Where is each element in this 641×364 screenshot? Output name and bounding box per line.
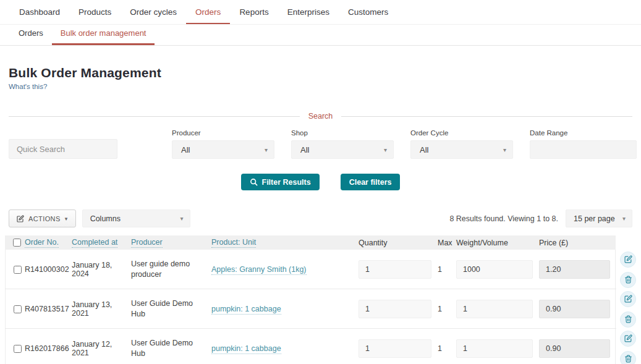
edit-order-button[interactable]	[620, 291, 636, 307]
edit-square-icon	[17, 215, 24, 222]
filter-results-button[interactable]: Filter Results	[241, 174, 320, 190]
header-product-unit[interactable]: Product: Unit	[211, 238, 256, 248]
quick-search-input[interactable]	[9, 139, 117, 159]
header-order-no[interactable]: Order No.	[25, 238, 59, 248]
nav-item-label: Reports	[239, 7, 268, 17]
per-page-label: 15 per page	[574, 214, 615, 223]
clear-filters-label: Clear filters	[349, 178, 392, 187]
producer-cell: User Guide Demo Hub	[131, 338, 211, 359]
quantity-input[interactable]	[359, 339, 431, 358]
nav-item[interactable]: Order cycles	[121, 1, 186, 24]
nav-item[interactable]: Reports	[230, 1, 278, 24]
trash-icon	[624, 315, 632, 323]
producer-cell: User Guide Demo Hub	[131, 298, 211, 320]
completed-at-cell: January 18, 2024	[72, 261, 131, 278]
edit-order-button[interactable]	[620, 252, 636, 268]
max-cell: 1	[438, 265, 456, 274]
filter-selected-value: All	[300, 145, 384, 154]
filter-results-label: Filter Results	[262, 178, 311, 187]
weight-volume-input[interactable]	[456, 260, 533, 279]
product-unit-link[interactable]: pumpkin: 1 cabbage	[211, 305, 281, 315]
product-unit-link[interactable]: Apples: Granny Smith (1kg)	[211, 265, 307, 275]
nav-item[interactable]: Products	[69, 1, 121, 24]
nav-item-label: Orders	[195, 7, 221, 17]
order-no-cell: R141000302	[25, 265, 72, 274]
quantity-input[interactable]	[359, 300, 431, 318]
filter-selected-value: All	[181, 145, 265, 154]
nav-item-label: Customers	[348, 7, 388, 17]
trash-icon	[624, 355, 632, 363]
price-input[interactable]	[539, 300, 610, 318]
nav-item-label: Enterprises	[287, 7, 329, 17]
shop-filter[interactable]: All ▾	[291, 140, 394, 159]
row-checkbox[interactable]	[14, 345, 22, 353]
nav-item[interactable]: Dashboard	[10, 1, 69, 24]
delete-order-button[interactable]	[620, 311, 636, 328]
nav-item[interactable]: Enterprises	[278, 1, 339, 24]
quantity-input[interactable]	[359, 260, 431, 279]
order-cycle-filter[interactable]: All ▾	[410, 140, 513, 159]
max-cell: 1	[438, 344, 456, 353]
nav-item[interactable]: Customers	[339, 1, 397, 24]
search-icon	[250, 178, 258, 186]
edit-icon	[624, 255, 632, 263]
subnav-item-label: Bulk order management	[61, 28, 146, 38]
whats-this-link[interactable]: What's this?	[9, 83, 47, 90]
weight-volume-input[interactable]	[456, 300, 533, 318]
table-row: R407813517 January 13, 2021 User Guide D…	[5, 289, 641, 329]
header-max: Max	[438, 239, 452, 247]
chevron-down-icon: ▾	[622, 215, 626, 222]
row-checkbox[interactable]	[14, 305, 22, 313]
header-producer[interactable]: Producer	[131, 238, 163, 248]
producer-filter[interactable]: All ▾	[172, 140, 274, 159]
price-input[interactable]	[539, 260, 610, 279]
delete-order-button[interactable]	[620, 272, 636, 288]
table-body: R141000302 January 18, 2024 User guide d…	[5, 250, 641, 364]
nav-item[interactable]: Orders	[186, 1, 230, 24]
weight-volume-input[interactable]	[456, 339, 533, 358]
filter-buttons-row: Filter Results Clear filters	[0, 174, 641, 190]
chevron-down-icon: ▾	[65, 216, 68, 222]
subnav-item[interactable]: Bulk order management	[52, 25, 155, 45]
chevron-down-icon: ▾	[180, 215, 184, 222]
table-row: R162017866 January 12, 2021 User Guide D…	[5, 329, 641, 364]
table-header-row: Order No. Completed at Producer Product:…	[5, 235, 641, 250]
completed-at-cell: January 12, 2021	[72, 340, 131, 357]
filter: Shop All ▾	[291, 129, 394, 159]
order-no-cell: R407813517	[25, 305, 72, 313]
subnav-item[interactable]: Orders	[10, 25, 52, 45]
header-weight-volume: Weight/Volume	[456, 239, 508, 247]
chevron-down-icon: ▾	[503, 146, 506, 153]
orders-table: Order No. Completed at Producer Product:…	[5, 235, 641, 364]
table-row: R141000302 January 18, 2024 User guide d…	[5, 250, 641, 289]
header-price: Price (£)	[539, 239, 568, 247]
edit-icon	[624, 295, 632, 303]
delete-order-button[interactable]	[620, 351, 636, 364]
filter-selected-value: All	[420, 145, 503, 154]
max-cell: 1	[438, 305, 456, 313]
toolbar-right: 8 Results found. Viewing 1 to 8. 15 per …	[449, 210, 632, 227]
sub-nav: Orders Bulk order management	[0, 25, 641, 46]
edit-order-button[interactable]	[620, 331, 636, 347]
per-page-dropdown[interactable]: 15 per page ▾	[566, 210, 632, 227]
nav-item-label: Dashboard	[19, 7, 60, 17]
nav-item-label: Products	[79, 7, 111, 17]
columns-dropdown[interactable]: Columns ▾	[82, 210, 190, 227]
trash-icon	[624, 276, 632, 284]
page-head: Bulk Order Management What's this?	[0, 46, 641, 91]
actions-button[interactable]: ACTIONS ▾	[9, 210, 76, 227]
results-summary: 8 Results found. Viewing 1 to 8.	[449, 214, 558, 223]
price-input[interactable]	[539, 339, 610, 358]
select-all-checkbox[interactable]	[13, 239, 21, 247]
page-title: Bulk Order Management	[9, 66, 632, 80]
clear-filters-button[interactable]: Clear filters	[341, 174, 401, 190]
columns-label: Columns	[90, 214, 180, 223]
search-section-divider: Search	[9, 112, 632, 121]
filter-label: Order Cycle	[410, 129, 513, 137]
subnav-item-label: Orders	[19, 28, 43, 38]
date-range-filter[interactable]: ▾	[530, 140, 637, 159]
product-unit-link[interactable]: pumpkin: 1 cabbage	[211, 344, 281, 354]
actions-label: ACTIONS	[28, 215, 61, 222]
row-checkbox[interactable]	[14, 266, 22, 274]
header-completed-at[interactable]: Completed at	[72, 238, 117, 248]
